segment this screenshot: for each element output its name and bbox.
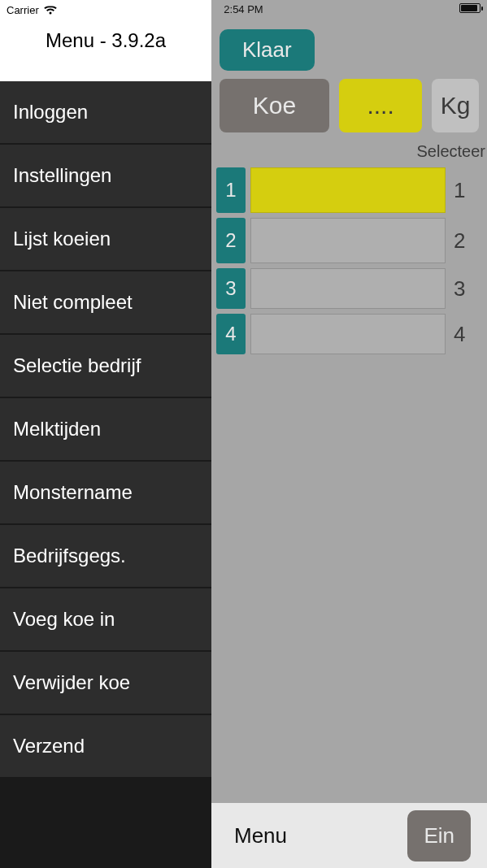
- row-right-number: 3: [450, 268, 483, 309]
- row-input-field[interactable]: [250, 268, 446, 309]
- sidebar-item-selectie-bedrijf[interactable]: Selectie bedrijf: [0, 335, 211, 398]
- sidebar-drawer: Carrier Menu - 3.9.2a Inloggen Instellin…: [0, 0, 211, 868]
- menu-button[interactable]: Menu: [234, 823, 287, 848]
- carrier-label: Carrier: [7, 4, 39, 16]
- sidebar-item-lijst-koeien[interactable]: Lijst koeien: [0, 208, 211, 271]
- sidebar-item-inloggen[interactable]: Inloggen: [0, 81, 211, 145]
- row-right-number: 4: [450, 314, 483, 354]
- status-bar-left: Carrier: [7, 4, 57, 16]
- sidebar-item-bedrijfsgegs[interactable]: Bedrijfsgegs.: [0, 525, 211, 588]
- row-input-field[interactable]: [250, 218, 446, 263]
- dots-header-button[interactable]: ....: [339, 79, 422, 132]
- sidebar-item-verzend[interactable]: Verzend: [0, 715, 211, 779]
- sidebar-item-niet-compleet[interactable]: Niet compleet: [0, 271, 211, 335]
- table-row[interactable]: 3 3: [216, 268, 487, 309]
- status-time: 2:54 PM: [224, 3, 263, 15]
- table-row[interactable]: 1 1: [216, 167, 487, 213]
- menu-list: Inloggen Instellingen Lijst koeien Niet …: [0, 81, 211, 779]
- sidebar-item-verwijder-koe[interactable]: Verwijder koe: [0, 652, 211, 715]
- klaar-button[interactable]: Klaar: [220, 29, 315, 71]
- battery-icon: [459, 3, 480, 13]
- row-left-number: 3: [216, 268, 246, 309]
- row-right-number: 2: [450, 218, 483, 263]
- wifi-icon: [44, 6, 57, 15]
- row-input-field[interactable]: [250, 167, 446, 213]
- bottom-bar: Menu Ein: [211, 803, 487, 868]
- kg-header-button[interactable]: Kg: [432, 79, 479, 132]
- sidebar-item-instellingen[interactable]: Instellingen: [0, 145, 211, 208]
- select-label: Selecteer: [211, 132, 487, 167]
- sidebar-item-voeg-koe-in[interactable]: Voeg koe in: [0, 588, 211, 652]
- sidebar-item-melktijden[interactable]: Melktijden: [0, 398, 211, 462]
- sidebar-item-monstername[interactable]: Monstername: [0, 462, 211, 525]
- row-left-number: 4: [216, 314, 246, 354]
- koe-header-button[interactable]: Koe: [220, 79, 329, 132]
- table-row[interactable]: 4 4: [216, 314, 487, 354]
- ein-button[interactable]: Ein: [407, 810, 471, 861]
- row-left-number: 1: [216, 167, 246, 213]
- row-input-field[interactable]: [250, 314, 446, 354]
- row-right-number: 1: [450, 167, 483, 213]
- row-left-number: 2: [216, 218, 246, 263]
- table-row[interactable]: 2 2: [216, 218, 487, 263]
